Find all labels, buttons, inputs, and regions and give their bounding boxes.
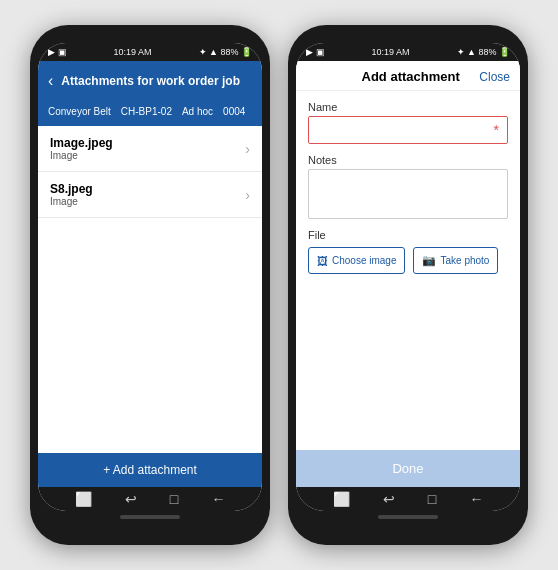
nav-back-icon[interactable]: ↩: [383, 491, 395, 507]
left-info-bar: Conveyor Belt CH-BP1-02 Ad hoc 0004: [38, 101, 262, 126]
add-attachment-label: + Add attachment: [103, 463, 197, 477]
item-subtitle: Image: [50, 196, 93, 207]
choose-image-label: Choose image: [332, 255, 396, 266]
attachments-list: Image.jpeg Image › S8.jpeg Image ›: [38, 126, 262, 453]
right-bottom-nav: ⬜ ↩ □ ←: [296, 487, 520, 511]
chevron-right-icon: ›: [245, 141, 250, 157]
left-screen: ▶ ▣ 10:19 AM ✦ ▲ 88% 🔋 ‹ Attachments for…: [38, 43, 262, 511]
right-header-bar: Add attachment Close: [296, 61, 520, 91]
file-buttons-container: 🖼 Choose image 📷 Take photo: [308, 247, 508, 274]
done-button[interactable]: Done: [296, 450, 520, 487]
choose-image-button[interactable]: 🖼 Choose image: [308, 247, 405, 274]
nav-back-icon[interactable]: ↩: [125, 491, 137, 507]
list-item[interactable]: Image.jpeg Image ›: [38, 126, 262, 172]
take-photo-button[interactable]: 📷 Take photo: [413, 247, 498, 274]
item-subtitle: Image: [50, 150, 113, 161]
add-attachment-button[interactable]: + Add attachment: [38, 453, 262, 487]
done-label: Done: [392, 461, 423, 476]
name-field-group: Name *: [308, 101, 508, 144]
info-adhoc: Ad hoc: [182, 105, 213, 118]
chevron-right-icon: ›: [245, 187, 250, 203]
right-status-bar: ▶ ▣ 10:19 AM ✦ ▲ 88% 🔋: [296, 43, 520, 61]
left-status-right: ✦ ▲ 88% 🔋: [199, 47, 252, 57]
right-screen: ▶ ▣ 10:19 AM ✦ ▲ 88% 🔋 Add attachment Cl…: [296, 43, 520, 511]
list-item-text: S8.jpeg Image: [50, 182, 93, 207]
required-star-icon: *: [494, 123, 499, 137]
camera-icon: 📷: [422, 254, 436, 267]
left-header-title: Attachments for work order job: [61, 74, 240, 88]
nav-recent-icon[interactable]: ⬜: [75, 491, 92, 507]
notes-field-group: Notes: [308, 154, 508, 219]
nav-home-icon[interactable]: □: [170, 491, 178, 507]
item-title: Image.jpeg: [50, 136, 113, 150]
image-icon: 🖼: [317, 255, 328, 267]
nav-home-icon[interactable]: □: [428, 491, 436, 507]
list-item[interactable]: S8.jpeg Image ›: [38, 172, 262, 218]
nav-left-icon[interactable]: ←: [211, 491, 225, 507]
left-header-bar: ‹ Attachments for work order job: [38, 61, 262, 101]
back-arrow-icon[interactable]: ‹: [48, 72, 53, 90]
right-status-time: 10:19 AM: [372, 47, 410, 57]
right-status-right: ✦ ▲ 88% 🔋: [457, 47, 510, 57]
name-input[interactable]: *: [308, 116, 508, 144]
list-item-text: Image.jpeg Image: [50, 136, 113, 161]
home-indicator: [120, 515, 180, 519]
notes-label: Notes: [308, 154, 508, 166]
left-status-bar: ▶ ▣ 10:19 AM ✦ ▲ 88% 🔋: [38, 43, 262, 61]
right-header-title: Add attachment: [342, 69, 479, 84]
nav-left-icon[interactable]: ←: [469, 491, 483, 507]
left-status-left: ▶ ▣: [48, 47, 67, 57]
left-bottom-nav: ⬜ ↩ □ ←: [38, 487, 262, 511]
left-status-time: 10:19 AM: [114, 47, 152, 57]
item-title: S8.jpeg: [50, 182, 93, 196]
add-attachment-form: Name * Notes File 🖼 Choose image: [296, 91, 520, 450]
notes-input[interactable]: [308, 169, 508, 219]
home-indicator: [378, 515, 438, 519]
nav-recent-icon[interactable]: ⬜: [333, 491, 350, 507]
name-label: Name: [308, 101, 508, 113]
right-status-left: ▶ ▣: [306, 47, 325, 57]
file-label: File: [308, 229, 508, 241]
right-phone: ▶ ▣ 10:19 AM ✦ ▲ 88% 🔋 Add attachment Cl…: [288, 25, 528, 545]
left-phone: ▶ ▣ 10:19 AM ✦ ▲ 88% 🔋 ‹ Attachments for…: [30, 25, 270, 545]
info-code: CH-BP1-02: [121, 105, 172, 118]
take-photo-label: Take photo: [440, 255, 489, 266]
info-conveyor: Conveyor Belt: [48, 105, 111, 118]
file-field-group: File 🖼 Choose image 📷 Take photo: [308, 229, 508, 274]
close-button[interactable]: Close: [479, 70, 510, 84]
info-number: 0004: [223, 105, 245, 118]
